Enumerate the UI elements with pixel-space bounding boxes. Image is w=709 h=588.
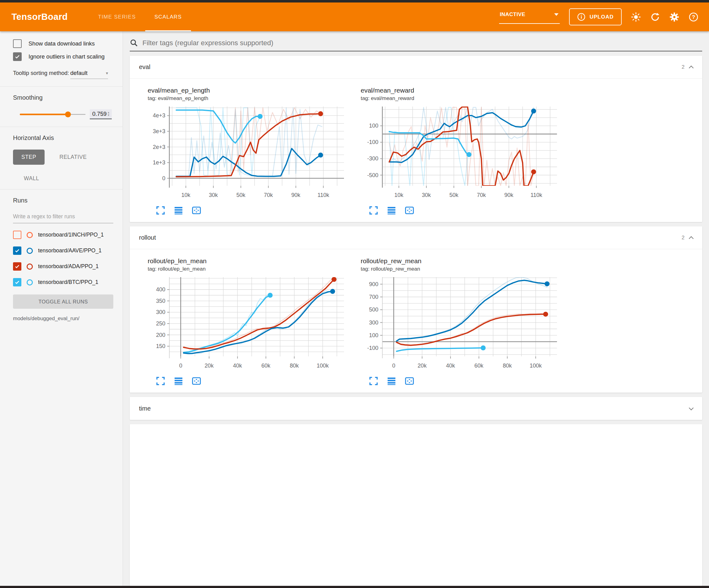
svg-text:3e+3: 3e+3: [153, 128, 165, 134]
svg-text:20k: 20k: [205, 363, 214, 369]
run-color-radio[interactable]: [27, 263, 33, 270]
app-title: TensorBoard: [11, 12, 68, 22]
stepper-icons[interactable]: ▲▼: [106, 111, 110, 117]
chevron-down-icon: [554, 13, 558, 16]
section-card-eval: eval 2 eval/mean_ep_length tag: eval/mea…: [130, 56, 702, 222]
data-table-icon[interactable]: [387, 376, 396, 386]
smoothing-label: Smoothing: [13, 94, 113, 101]
filter-tags-row[interactable]: [130, 39, 702, 51]
svg-text:-500: -500: [367, 172, 378, 178]
chevron-up-icon[interactable]: [689, 66, 694, 71]
filter-tags-input[interactable]: [142, 39, 702, 47]
run-checkbox[interactable]: [13, 278, 21, 286]
data-table-icon[interactable]: [174, 206, 183, 215]
fit-domain-icon[interactable]: [405, 376, 414, 386]
scalar-chart-canvas[interactable]: 020k40k60k80k100k150200250300350400: [148, 276, 352, 375]
svg-text:0: 0: [179, 363, 182, 369]
fullscreen-icon[interactable]: [156, 376, 165, 386]
svg-text:?: ?: [692, 14, 695, 20]
run-color-radio[interactable]: [27, 232, 33, 238]
fit-domain-icon[interactable]: [405, 206, 414, 215]
run-checkbox[interactable]: [13, 247, 21, 255]
run-checkbox[interactable]: [13, 262, 21, 271]
run-color-radio[interactable]: [27, 248, 33, 254]
tooltip-sorting-label: Tooltip sorting method:: [13, 69, 70, 77]
sync-status-label: INACTIVE: [500, 11, 525, 18]
smoothing-value-box[interactable]: ▲▼: [90, 109, 112, 119]
svg-text:700: 700: [369, 294, 378, 300]
ignore-outliers-row[interactable]: Ignore outliers in chart scaling: [13, 52, 113, 61]
fit-domain-icon[interactable]: [192, 206, 201, 215]
show-download-links-checkbox[interactable]: [13, 39, 22, 48]
ignore-outliers-checkbox[interactable]: [13, 52, 22, 61]
tab-scalars[interactable]: SCALARS: [145, 2, 191, 31]
chevron-up-icon[interactable]: [689, 236, 694, 241]
info-icon: [577, 13, 585, 21]
dashboard-main: eval 2 eval/mean_ep_length tag: eval/mea…: [123, 31, 709, 586]
section-header-time[interactable]: time: [130, 397, 702, 420]
data-table-icon[interactable]: [174, 376, 183, 386]
axis-relative-button[interactable]: RELATIVE: [59, 154, 87, 160]
run-label: tensorboard/ADA/PPO_1: [38, 263, 99, 270]
fullscreen-icon[interactable]: [369, 206, 378, 215]
chart-toolbar: [156, 376, 352, 386]
chevron-down-icon[interactable]: [689, 405, 694, 410]
svg-text:350: 350: [156, 298, 165, 304]
svg-text:50k: 50k: [236, 192, 245, 198]
section-count: 2: [682, 235, 685, 241]
section-title: eval: [139, 63, 682, 71]
axis-wall-button[interactable]: WALL: [24, 175, 39, 182]
svg-text:110k: 110k: [318, 192, 330, 198]
app-header: TensorBoard TIME SERIES SCALARS INACTIVE…: [0, 2, 709, 31]
svg-text:80k: 80k: [290, 363, 299, 369]
run-checkbox[interactable]: [13, 231, 21, 239]
smoothing-value-input[interactable]: [92, 110, 106, 117]
section-header-rollout[interactable]: rollout 2: [130, 226, 702, 249]
upload-button[interactable]: UPLOAD: [569, 8, 622, 25]
svg-text:70k: 70k: [477, 192, 486, 198]
section-card-next: [130, 424, 702, 586]
smoothing-slider[interactable]: [20, 111, 85, 117]
svg-text:400: 400: [156, 286, 165, 292]
fit-domain-icon[interactable]: [192, 376, 201, 386]
show-download-links-row[interactable]: Show data download links: [13, 39, 113, 48]
sync-status-dropdown[interactable]: INACTIVE: [499, 10, 560, 24]
data-table-icon[interactable]: [387, 206, 396, 215]
chart-title: rollout/ep_len_mean: [148, 257, 352, 265]
check-icon: [14, 263, 20, 270]
settings-sidebar: Show data download links Ignore outliers…: [0, 31, 123, 586]
fullscreen-icon[interactable]: [369, 376, 378, 386]
help-icon[interactable]: ?: [688, 12, 699, 22]
tab-time-series[interactable]: TIME SERIES: [89, 2, 145, 31]
runs-filter-input[interactable]: [13, 212, 113, 223]
run-row[interactable]: tensorboard/ADA/PPO_1: [13, 262, 113, 271]
run-row[interactable]: tensorboard/BTC/PPO_1: [13, 278, 113, 286]
brightness-icon[interactable]: [631, 12, 641, 22]
run-color-radio[interactable]: [27, 279, 33, 285]
axis-step-button[interactable]: STEP: [13, 150, 45, 165]
svg-text:900: 900: [369, 281, 378, 287]
refresh-icon[interactable]: [650, 12, 660, 22]
fullscreen-icon[interactable]: [156, 206, 165, 215]
scalar-chart-canvas[interactable]: 10k30k50k70k90k110k01e+32e+33e+34e+3: [148, 105, 352, 204]
chart-card-eval-mean-ep-length: eval/mean_ep_length tag: eval/mean_ep_le…: [148, 87, 352, 215]
scalar-chart-canvas[interactable]: 10k30k50k70k90k110k100-100-300-500: [361, 105, 566, 204]
run-row[interactable]: tensorboard/1INCH/PPO_1: [13, 231, 113, 239]
svg-text:150: 150: [156, 343, 165, 349]
toggle-all-runs-button[interactable]: TOGGLE ALL RUNS: [13, 295, 113, 309]
svg-text:10k: 10k: [181, 192, 191, 198]
scalar-chart-canvas[interactable]: 020k40k60k80k100k-100100300500700900: [361, 276, 566, 375]
ignore-outliers-label: Ignore outliers in chart scaling: [28, 53, 105, 60]
smoothing-slider-knob[interactable]: [65, 111, 71, 117]
svg-text:1e+3: 1e+3: [153, 159, 165, 165]
settings-gear-icon[interactable]: [669, 12, 679, 22]
chart-title: eval/mean_ep_length: [148, 87, 352, 94]
check-icon: [14, 279, 20, 285]
svg-text:100: 100: [369, 332, 378, 338]
chart-toolbar: [369, 376, 566, 386]
section-header-eval[interactable]: eval 2: [130, 56, 702, 79]
svg-text:40k: 40k: [446, 363, 455, 369]
tooltip-sorting-select[interactable]: default ▾: [70, 70, 108, 79]
svg-text:0: 0: [162, 175, 165, 181]
run-row[interactable]: tensorboard/AAVE/PPO_1: [13, 247, 113, 255]
